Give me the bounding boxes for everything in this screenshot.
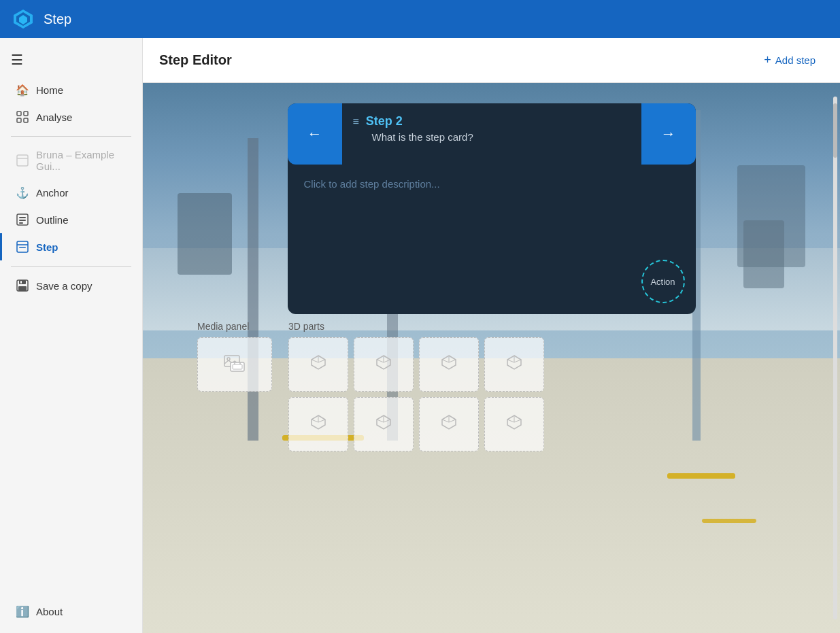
canvas-area[interactable]: ← ≡ Step 2 What is the step card? →: [143, 83, 840, 633]
svg-rect-17: [19, 280, 26, 284]
media-slot-icon: [224, 353, 246, 376]
part-slot-3[interactable]: [419, 337, 479, 392]
part-slot-1[interactable]: [288, 337, 348, 392]
part-slot-8[interactable]: [484, 397, 544, 451]
analyse-icon: [16, 110, 29, 124]
sidebar-label-bruna: Bruna – Example Gui...: [36, 149, 129, 172]
editor-title: Step Editor: [159, 52, 232, 68]
parts-panel-label: 3D parts: [288, 321, 544, 332]
sidebar-label-home: Home: [36, 84, 63, 96]
part-icon-4: [505, 353, 524, 376]
sidebar-item-anchor[interactable]: ⚓ Anchor: [0, 179, 142, 206]
anchor-icon: ⚓: [16, 186, 29, 199]
sidebar-item-home[interactable]: 🏠 Home: [0, 76, 142, 103]
parts-grid: [288, 337, 544, 451]
bottom-panels: Media panel: [170, 314, 813, 465]
part-icon-7: [439, 413, 458, 436]
part-icon-5: [309, 413, 328, 436]
action-label: Action: [650, 277, 675, 287]
add-step-button[interactable]: + Add step: [756, 49, 824, 71]
step-card-area: ← ≡ Step 2 What is the step card? →: [143, 83, 840, 479]
parts-panel-section: 3D parts: [288, 321, 544, 451]
part-icon-2: [374, 353, 393, 376]
part-slot-7[interactable]: [419, 397, 479, 451]
add-step-label: Add step: [775, 54, 816, 66]
sidebar-label-save: Save a copy: [36, 280, 93, 292]
part-slot-2[interactable]: [354, 337, 414, 392]
scroll-indicator[interactable]: [833, 97, 837, 619]
svg-rect-15: [19, 247, 26, 248]
step-card-body[interactable]: Click to add step description... Action: [288, 165, 696, 314]
step-title: Step 2: [366, 114, 403, 129]
step-description-placeholder: Click to add step description...: [304, 178, 679, 190]
part-icon-8: [505, 413, 524, 436]
svg-rect-6: [24, 118, 28, 122]
svg-rect-4: [24, 112, 28, 116]
sidebar-item-analyse[interactable]: Analyse: [0, 103, 142, 131]
topbar: Step: [0, 0, 840, 38]
svg-rect-18: [18, 286, 27, 291]
step-title-area: ≡ Step 2 What is the step card?: [342, 103, 641, 165]
svg-rect-11: [19, 220, 26, 221]
svg-rect-10: [19, 217, 26, 218]
sidebar-item-step[interactable]: Step: [0, 233, 142, 260]
editor-header: Step Editor + Add step: [143, 38, 840, 83]
add-step-plus-icon: +: [764, 53, 771, 67]
part-slot-5[interactable]: [288, 397, 348, 451]
sidebar-item-outline[interactable]: Outline: [0, 206, 142, 233]
sidebar-label-outline: Outline: [36, 214, 69, 226]
step-card-header: ← ≡ Step 2 What is the step card? →: [288, 103, 696, 165]
sidebar-item-bruna: Bruna – Example Gui...: [0, 142, 142, 179]
app-title: Step: [44, 12, 71, 27]
bruna-icon: [16, 154, 29, 167]
scroll-thumb: [833, 103, 837, 158]
sidebar-label-anchor: Anchor: [36, 187, 69, 199]
part-icon-3: [439, 353, 458, 376]
outline-icon: [16, 213, 29, 226]
step-subtitle: What is the step card?: [372, 131, 631, 143]
media-slot-1[interactable]: [197, 337, 272, 392]
sidebar-label-analyse: Analyse: [36, 112, 72, 123]
svg-rect-7: [17, 155, 28, 166]
step-card: ← ≡ Step 2 What is the step card? →: [288, 103, 696, 314]
prev-arrow-icon: ←: [307, 125, 322, 143]
main-layout: ☰ 🏠 Home Analyse Bruna – Example Gui... …: [0, 38, 840, 633]
next-arrow-icon: →: [661, 125, 676, 143]
sidebar: ☰ 🏠 Home Analyse Bruna – Example Gui... …: [0, 38, 143, 633]
svg-rect-12: [19, 222, 23, 224]
media-panel-section: Media panel: [197, 321, 272, 451]
media-panel-label: Media panel: [197, 321, 272, 332]
part-slot-4[interactable]: [484, 337, 544, 392]
step-list-icon: ≡: [353, 116, 359, 128]
sidebar-label-step: Step: [36, 241, 58, 253]
step-prev-button[interactable]: ←: [288, 103, 342, 165]
sidebar-label-about: About: [36, 606, 63, 617]
sidebar-divider-2: [11, 266, 131, 267]
app-logo: [11, 7, 35, 31]
svg-rect-5: [17, 118, 21, 122]
svg-rect-19: [20, 281, 22, 284]
part-icon-1: [309, 353, 328, 376]
part-slot-6[interactable]: [354, 397, 414, 451]
action-button[interactable]: Action: [641, 260, 685, 303]
menu-button[interactable]: ☰: [0, 46, 142, 73]
sidebar-item-save[interactable]: Save a copy: [0, 272, 142, 299]
media-panel: [197, 337, 272, 392]
home-icon: 🏠: [16, 83, 29, 97]
step-icon: [16, 240, 29, 254]
sidebar-item-about[interactable]: ℹ️ About: [0, 598, 142, 625]
save-icon: [16, 279, 29, 292]
content-area: Step Editor + Add step: [143, 38, 840, 633]
part-icon-6: [374, 413, 393, 436]
step-next-button[interactable]: →: [641, 103, 696, 165]
svg-rect-3: [17, 112, 21, 116]
sidebar-divider-1: [11, 136, 131, 137]
about-icon: ℹ️: [16, 604, 29, 618]
